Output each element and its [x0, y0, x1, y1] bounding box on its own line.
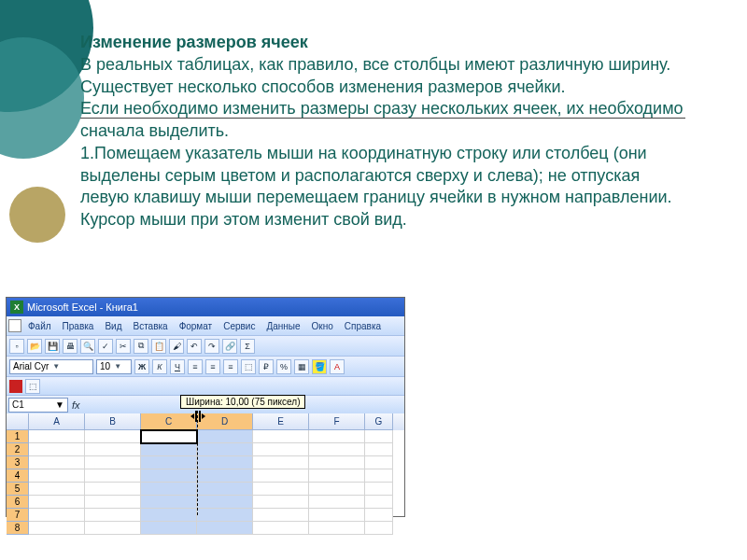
cell[interactable]: [141, 469, 197, 483]
cell[interactable]: [29, 522, 85, 535]
cell[interactable]: [365, 456, 393, 469]
cell[interactable]: [253, 496, 309, 509]
print-icon[interactable]: 🖶: [63, 339, 78, 354]
cell[interactable]: [85, 496, 141, 509]
cell[interactable]: [85, 522, 141, 535]
format-painter-icon[interactable]: 🖌: [169, 339, 184, 354]
cell[interactable]: [365, 469, 393, 483]
copy-icon[interactable]: ⧉: [134, 339, 148, 354]
fx-icon[interactable]: fx: [72, 399, 80, 411]
font-color-icon[interactable]: A: [330, 359, 345, 374]
cell[interactable]: [85, 443, 141, 456]
cell[interactable]: [197, 443, 253, 456]
column-header-C[interactable]: C: [141, 413, 197, 430]
cell[interactable]: [85, 456, 141, 469]
menu-window[interactable]: Окно: [307, 320, 338, 332]
cell[interactable]: [29, 469, 85, 483]
redo-icon[interactable]: ↷: [204, 339, 219, 354]
bold-icon[interactable]: Ж: [134, 359, 149, 374]
cell[interactable]: [141, 430, 197, 443]
open-icon[interactable]: 📂: [27, 339, 42, 354]
cell[interactable]: [309, 443, 365, 456]
paste-icon[interactable]: 📋: [151, 339, 166, 354]
cell[interactable]: [29, 496, 85, 509]
menu-insert[interactable]: Вставка: [128, 320, 172, 332]
cell[interactable]: [365, 483, 393, 496]
cell[interactable]: [197, 509, 253, 522]
fill-color-icon[interactable]: 🪣: [312, 359, 327, 374]
percent-icon[interactable]: %: [276, 359, 291, 374]
cell[interactable]: [253, 469, 309, 483]
preview-icon[interactable]: 🔍: [80, 339, 95, 354]
cell[interactable]: [309, 496, 365, 509]
cell[interactable]: [141, 443, 197, 456]
spell-icon[interactable]: ✓: [98, 339, 113, 354]
menu-view[interactable]: Вид: [100, 320, 126, 332]
cell[interactable]: [365, 509, 393, 522]
menu-help[interactable]: Справка: [340, 320, 386, 332]
pdf-icon[interactable]: [9, 380, 22, 393]
hyperlink-icon[interactable]: 🔗: [222, 339, 237, 354]
cell[interactable]: [309, 430, 365, 443]
undo-icon[interactable]: ↶: [187, 339, 202, 354]
cell[interactable]: [365, 430, 393, 443]
borders-icon[interactable]: ▦: [294, 359, 309, 374]
row-header-8[interactable]: 8: [7, 522, 29, 535]
cell[interactable]: [29, 430, 85, 443]
menu-edit[interactable]: Правка: [58, 320, 99, 332]
cell[interactable]: [85, 430, 141, 443]
merge-icon[interactable]: ⬚: [241, 359, 256, 374]
column-header-B[interactable]: B: [85, 413, 141, 430]
cell[interactable]: [197, 496, 253, 509]
cell[interactable]: [309, 469, 365, 483]
font-name-combo[interactable]: Arial Cyr ▼: [9, 359, 93, 374]
cell[interactable]: [85, 483, 141, 496]
cell[interactable]: [141, 496, 197, 509]
cell[interactable]: [29, 456, 85, 469]
cell[interactable]: [197, 469, 253, 483]
menu-tools[interactable]: Сервис: [218, 320, 260, 332]
cell[interactable]: [85, 469, 141, 483]
italic-icon[interactable]: К: [152, 359, 167, 374]
align-center-icon[interactable]: ≡: [205, 359, 220, 374]
menu-data[interactable]: Данные: [261, 320, 304, 332]
column-header-G[interactable]: G: [365, 413, 393, 430]
column-header-A[interactable]: A: [29, 413, 85, 430]
align-right-icon[interactable]: ≡: [223, 359, 238, 374]
cell[interactable]: [197, 483, 253, 496]
column-header-F[interactable]: F: [309, 413, 365, 430]
name-box[interactable]: C1 ▼: [8, 398, 68, 413]
row-header-1[interactable]: 1: [7, 430, 29, 443]
cell[interactable]: [141, 509, 197, 522]
menu-format[interactable]: Формат: [175, 320, 218, 332]
cell[interactable]: [197, 430, 253, 443]
autosum-icon[interactable]: Σ: [240, 339, 255, 354]
cell[interactable]: [365, 496, 393, 509]
cell[interactable]: [253, 456, 309, 469]
cell[interactable]: [309, 456, 365, 469]
cell[interactable]: [85, 509, 141, 522]
cell[interactable]: [309, 483, 365, 496]
cell[interactable]: [141, 456, 197, 469]
cell[interactable]: [253, 522, 309, 535]
column-header-D[interactable]: D: [197, 413, 253, 430]
row-header-6[interactable]: 6: [7, 496, 29, 509]
cell[interactable]: [141, 522, 197, 535]
cell[interactable]: [253, 483, 309, 496]
currency-icon[interactable]: ₽: [259, 359, 274, 374]
cut-icon[interactable]: ✂: [116, 339, 131, 354]
cell[interactable]: [197, 522, 253, 535]
font-size-combo[interactable]: 10 ▼: [96, 359, 132, 374]
align-left-icon[interactable]: ≡: [188, 359, 203, 374]
row-header-5[interactable]: 5: [7, 483, 29, 496]
cell[interactable]: [309, 522, 365, 535]
column-header-E[interactable]: E: [253, 413, 309, 430]
worksheet-grid[interactable]: ABCDEFG 12345678: [7, 413, 404, 516]
cell[interactable]: [29, 443, 85, 456]
menu-file[interactable]: Файл: [23, 320, 56, 332]
cell[interactable]: [197, 456, 253, 469]
cell[interactable]: [141, 483, 197, 496]
row-header-3[interactable]: 3: [7, 456, 29, 469]
cell[interactable]: [253, 430, 309, 443]
new-icon[interactable]: ▫: [9, 339, 24, 354]
